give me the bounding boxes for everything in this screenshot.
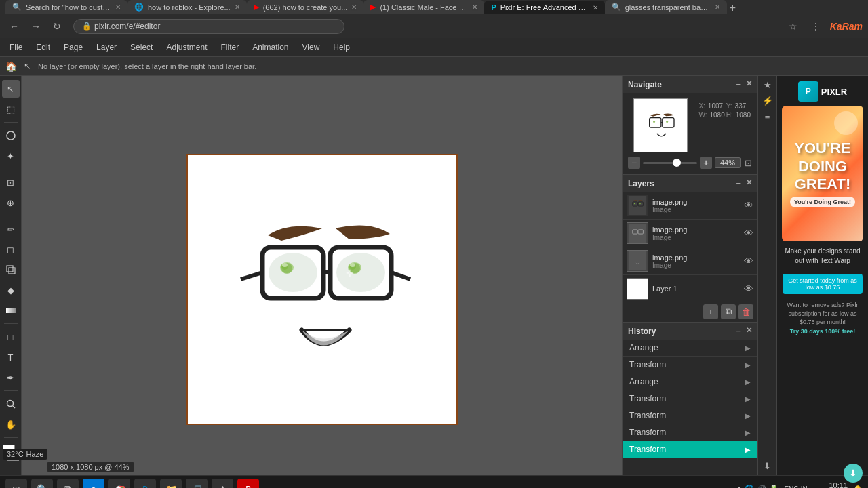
layers-toggle-icon[interactable]: ≡ (765, 111, 770, 121)
history-item-transform-3[interactable]: Transform ▶ (623, 407, 757, 424)
sound-icon[interactable]: 🔊 (757, 485, 766, 488)
tab-search[interactable]: 🔍 Search for "how to custom... ✕ (5, 0, 127, 14)
text-tool[interactable]: T (2, 348, 20, 366)
shape-tool[interactable]: □ (2, 328, 20, 346)
cursor-icon[interactable]: ↖ (24, 61, 31, 71)
get-started-button[interactable]: Get started today from as low as $0.75 (783, 274, 863, 294)
tab-close-yt1[interactable]: ✕ (351, 3, 357, 11)
history-item-arrange-1[interactable]: Arrange ▶ (623, 340, 757, 357)
smart-fill-icon[interactable]: ★ (764, 80, 772, 90)
select-tool[interactable]: ⬚ (2, 100, 20, 118)
tab-youtube1[interactable]: ▶ (662) how to create you... ✕ (247, 0, 364, 14)
network-icon[interactable]: 🌐 (745, 485, 754, 488)
start-button[interactable]: ⊞ (5, 479, 27, 489)
history-item-transform-active[interactable]: Transform ▶ (623, 441, 757, 458)
delete-layer-button[interactable]: 🗑 (738, 304, 753, 319)
layer-visibility-1[interactable]: 👁 (744, 200, 753, 211)
ai-tools-icon[interactable]: ⚡ (762, 96, 773, 106)
download-button[interactable]: ⬇ (844, 464, 863, 475)
zoom-slider[interactable] (643, 162, 697, 164)
layers-minimize[interactable]: － (734, 178, 742, 188)
menu-help[interactable]: Help (326, 40, 357, 55)
history-item-transform-1[interactable]: Transform ▶ (623, 357, 757, 373)
canvas[interactable] (186, 154, 458, 425)
menu-file[interactable]: File (3, 40, 29, 55)
eraser-tool[interactable]: ◻ (2, 241, 20, 258)
dell-button[interactable]: D (134, 479, 156, 489)
gradient-tool[interactable] (2, 302, 20, 319)
folder-button[interactable]: 📁 (160, 479, 182, 489)
layer-visibility-3[interactable]: 👁 (744, 256, 753, 266)
zoom-value[interactable]: 44% (715, 157, 741, 168)
hand-tool[interactable]: ✋ (2, 415, 20, 433)
zoom-in-button[interactable]: + (700, 157, 712, 169)
media-button[interactable]: 🎵 (186, 479, 208, 489)
menu-view[interactable]: View (296, 40, 327, 55)
chrome-button[interactable] (108, 479, 130, 489)
layer-visibility-4[interactable]: 👁 (744, 283, 753, 294)
canvas-area[interactable]: ✛ 1080 x 1080 px @ 44% (22, 76, 622, 475)
battery-icon[interactable]: 🔋 (769, 485, 778, 488)
zoom-tool[interactable] (2, 395, 20, 413)
tray-arrow[interactable]: ∧ (736, 485, 742, 488)
zoom-fit-icon[interactable]: ⊡ (745, 158, 752, 168)
refresh-button[interactable]: ↻ (49, 20, 65, 33)
history-item-arrange-2[interactable]: Arrange ▶ (623, 373, 757, 390)
add-layer-button[interactable]: + (703, 304, 718, 319)
back-button[interactable]: ← (5, 20, 23, 33)
history-minimize[interactable]: － (734, 326, 742, 336)
menu-animation[interactable]: Animation (245, 40, 295, 55)
menu-adjustment[interactable]: Adjustment (159, 40, 214, 55)
brush-tool[interactable]: ✏ (2, 220, 20, 238)
navigate-minimize[interactable]: － (734, 79, 742, 89)
layer-item-1[interactable]: image.png Image 👁 (623, 192, 757, 220)
lang-indicator[interactable]: ENG IN (784, 485, 807, 488)
tab-close-yt2[interactable]: ✕ (472, 3, 477, 11)
history-item-transform-2[interactable]: Transform ▶ (623, 390, 757, 407)
magic-tools-icon[interactable]: ⬇ (764, 461, 771, 471)
history-close[interactable]: ✕ (746, 326, 752, 336)
edge-button[interactable]: e (83, 479, 104, 489)
paint-bucket-tool[interactable]: ◆ (2, 281, 20, 299)
navigate-close[interactable]: ✕ (746, 79, 752, 89)
tab-youtube2[interactable]: ▶ (1) Classic Male - Face - Ro... ✕ (363, 0, 484, 14)
crop-tool[interactable]: ⊡ (2, 174, 20, 191)
steam-button[interactable]: ♟ (212, 479, 233, 489)
duplicate-layer-button[interactable]: ⧉ (721, 304, 736, 319)
move-tool[interactable]: ↖ (2, 80, 20, 98)
menu-select[interactable]: Select (123, 40, 159, 55)
tab-close-roblox[interactable]: ✕ (235, 3, 240, 11)
home-icon[interactable]: 🏠 (5, 61, 17, 72)
taskview-button[interactable]: ⧉ (57, 479, 79, 489)
forward-button[interactable]: → (27, 20, 45, 33)
pen-tool[interactable]: ✒ (2, 369, 20, 386)
tab-close-glasses[interactable]: ✕ (715, 3, 720, 11)
tab-pixlr[interactable]: P Pixlr E: Free Advanced Pho... ✕ (484, 1, 604, 14)
magic-wand-tool[interactable]: ✦ (2, 147, 20, 165)
extensions-button[interactable]: ⋮ (807, 20, 825, 33)
menu-page[interactable]: Page (57, 40, 90, 55)
game-button[interactable]: R (237, 479, 259, 489)
tab-close-pixlr[interactable]: ✕ (593, 4, 598, 12)
search-taskbar-button[interactable]: 🔍 (31, 479, 53, 489)
menu-edit[interactable]: Edit (29, 40, 57, 55)
notification-icon[interactable]: 🔔 (853, 485, 863, 488)
lasso-tool[interactable] (2, 127, 20, 144)
tab-roblox[interactable]: 🌐 how to roblox - Explore... ✕ (127, 0, 247, 14)
layer-item-4[interactable]: Layer 1 👁 (623, 275, 757, 302)
new-tab-button[interactable]: + (727, 2, 738, 14)
menu-layer[interactable]: Layer (90, 40, 123, 55)
tab-glasses[interactable]: 🔍 glasses transparent backg... ✕ (605, 0, 727, 14)
history-item-transform-4[interactable]: Transform ▶ (623, 424, 757, 441)
clone-tool[interactable] (2, 261, 20, 279)
layer-item-2[interactable]: image.png Image 👁 (623, 220, 757, 247)
menu-filter[interactable]: Filter (214, 40, 245, 55)
layer-item-3[interactable]: image.png Image 👁 (623, 247, 757, 275)
tab-close-search[interactable]: ✕ (115, 3, 121, 11)
layers-close[interactable]: ✕ (746, 178, 752, 188)
zoom-out-button[interactable]: − (628, 157, 640, 169)
address-bar[interactable]: 🔒 pixlr.com/e/#editor (73, 19, 344, 34)
heal-tool[interactable]: ⊕ (2, 194, 20, 211)
layer-visibility-2[interactable]: 👁 (744, 228, 753, 239)
bookmark-button[interactable]: ☆ (785, 20, 802, 33)
